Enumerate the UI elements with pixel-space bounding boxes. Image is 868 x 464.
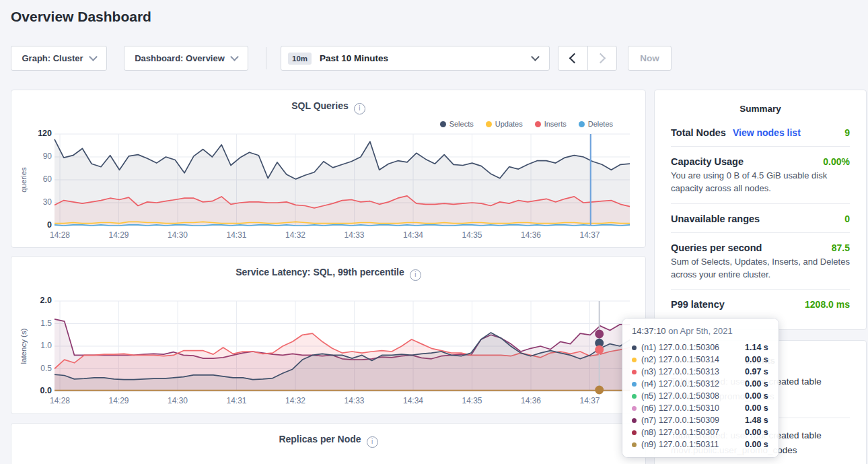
node-color-dot bbox=[632, 358, 637, 362]
info-icon[interactable]: i bbox=[410, 269, 421, 281]
node-address: (n1) 127.0.0.1:50306 bbox=[641, 343, 740, 352]
chart-title: Service Latency: SQL, 99th percentilei bbox=[11, 267, 645, 281]
summary-panel: Summary Total Nodes View nodes list 9 Ca… bbox=[654, 90, 867, 330]
legend-item-deletes[interactable]: Deletes bbox=[579, 120, 613, 128]
x-axis-tick: 14:36 bbox=[516, 230, 546, 240]
summary-row-queries-per-second: Queries per second 87.5 Sum of Selects, … bbox=[671, 233, 850, 290]
summary-subtext: You are using 0 B of 4.5 GiB usable disk… bbox=[671, 170, 850, 195]
node-latency-value: 0.00 s bbox=[745, 391, 768, 401]
x-axis-tick: 14:35 bbox=[458, 230, 487, 240]
graph-dropdown-label: Graph: Cluster bbox=[22, 53, 83, 63]
y-axis-tick: 120 bbox=[22, 129, 52, 138]
time-nav-buttons bbox=[558, 46, 617, 71]
x-axis-tick: 14:29 bbox=[104, 396, 134, 405]
legend-label: Selects bbox=[449, 120, 474, 128]
x-axis-tick: 14:34 bbox=[398, 396, 428, 405]
chevron-left-icon bbox=[569, 53, 579, 64]
summary-label: Queries per second bbox=[671, 242, 762, 253]
node-color-dot bbox=[632, 442, 637, 447]
node-address: (n4) 127.0.0.1:50312 bbox=[641, 379, 740, 389]
node-color-dot bbox=[632, 418, 637, 423]
x-axis-tick: 14:32 bbox=[281, 396, 310, 405]
node-latency-value: 0.00 s bbox=[745, 428, 768, 437]
now-button-label: Now bbox=[640, 53, 659, 63]
y-axis-tick: 90 bbox=[22, 152, 52, 161]
node-color-dot bbox=[632, 382, 637, 387]
chart-hover-tooltip: 14:37:10 on Apr 5th, 2021 (n1) 127.0.0.1… bbox=[622, 319, 779, 457]
summary-row-p99-latency: P99 latency 1208.0 ms bbox=[671, 290, 850, 318]
service-latency-plot[interactable] bbox=[55, 301, 630, 391]
node-color-dot bbox=[632, 430, 637, 435]
legend-item-inserts[interactable]: Inserts bbox=[535, 120, 567, 128]
prev-time-button[interactable] bbox=[558, 46, 588, 70]
y-axis-tick: 1.0 bbox=[22, 341, 52, 350]
chevron-down-icon bbox=[230, 53, 239, 61]
node-color-dot bbox=[632, 406, 637, 411]
summary-value: 1208.0 ms bbox=[805, 299, 850, 310]
chevron-right-icon bbox=[595, 53, 606, 64]
summary-value: 9 bbox=[844, 127, 850, 138]
chart-title: SQL Queriesi bbox=[11, 100, 645, 114]
node-address: (n3) 127.0.0.1:50313 bbox=[641, 367, 740, 376]
node-address: (n5) 127.0.0.1:50308 bbox=[641, 391, 740, 401]
x-axis-tick: 14:30 bbox=[163, 396, 192, 405]
view-nodes-list-link[interactable]: View nodes list bbox=[733, 127, 801, 138]
info-icon[interactable]: i bbox=[354, 103, 365, 114]
y-axis-tick: 0.5 bbox=[22, 364, 52, 373]
x-axis-tick: 14:30 bbox=[163, 230, 192, 240]
time-range-badge: 10m bbox=[288, 53, 312, 65]
dashboard-dropdown-label: Dashboard: Overview bbox=[135, 53, 225, 63]
chart-title: Replicas per Nodei bbox=[11, 434, 645, 448]
x-axis-tick: 14:31 bbox=[222, 396, 252, 405]
summary-row-unavailable-ranges: Unavailable ranges 0 bbox=[671, 204, 850, 233]
graph-dropdown[interactable]: Graph: Cluster bbox=[11, 46, 107, 71]
node-latency-value: 0.00 s bbox=[745, 440, 768, 449]
info-icon[interactable]: i bbox=[367, 436, 378, 448]
tooltip-date: on Apr 5th, 2021 bbox=[666, 326, 733, 336]
chart-legend: SelectsUpdatesInsertsDeletes bbox=[440, 120, 613, 128]
node-address: (n2) 127.0.0.1:50314 bbox=[641, 355, 740, 364]
tooltip-node-row: (n6) 127.0.0.1:503100.00 s bbox=[632, 402, 769, 414]
now-button[interactable]: Now bbox=[628, 46, 672, 71]
y-axis-tick: 2.0 bbox=[22, 296, 52, 305]
legend-dot bbox=[440, 121, 446, 127]
x-axis-tick: 14:35 bbox=[458, 396, 487, 405]
x-axis-tick: 14:33 bbox=[340, 230, 369, 240]
node-address: (n6) 127.0.0.1:50310 bbox=[641, 403, 740, 413]
legend-item-selects[interactable]: Selects bbox=[440, 120, 474, 128]
node-latency-value: 1.14 s bbox=[745, 343, 768, 352]
divider bbox=[266, 47, 266, 69]
legend-dot bbox=[486, 121, 492, 127]
tooltip-timestamp: 14:37:10 on Apr 5th, 2021 bbox=[632, 326, 769, 339]
node-color-dot bbox=[632, 345, 637, 350]
tooltip-node-row: (n2) 127.0.0.1:503140.00 s bbox=[632, 354, 769, 366]
overview-dashboard-page: Overview Dashboard Graph: Cluster Dashbo… bbox=[0, 0, 868, 464]
chevron-down-icon bbox=[531, 53, 540, 61]
y-axis-tick: 0.0 bbox=[22, 386, 52, 395]
y-axis-tick: 0 bbox=[22, 220, 52, 230]
hover-dot bbox=[595, 329, 604, 338]
next-time-button[interactable] bbox=[588, 46, 617, 70]
x-axis-tick: 14:37 bbox=[575, 230, 605, 240]
node-latency-value: 0.97 s bbox=[745, 367, 768, 376]
tooltip-node-row: (n8) 127.0.0.1:503070.00 s bbox=[632, 426, 769, 438]
legend-label: Updates bbox=[495, 120, 523, 128]
legend-item-updates[interactable]: Updates bbox=[486, 120, 523, 128]
x-axis-tick: 14:28 bbox=[45, 396, 75, 405]
legend-label: Deletes bbox=[588, 120, 613, 128]
dashboard-dropdown[interactable]: Dashboard: Overview bbox=[124, 46, 248, 71]
summary-label: P99 latency bbox=[671, 299, 725, 310]
node-latency-value: 0.00 s bbox=[745, 403, 768, 413]
page-title: Overview Dashboard bbox=[11, 9, 151, 25]
node-color-dot bbox=[632, 394, 637, 399]
replicas-per-node-panel: Replicas per Nodei bbox=[11, 423, 646, 464]
tooltip-node-row: (n5) 127.0.0.1:503080.00 s bbox=[632, 390, 769, 402]
chart-title-text: SQL Queries bbox=[291, 100, 349, 111]
sql-queries-plot[interactable] bbox=[55, 134, 630, 226]
x-axis-tick: 14:33 bbox=[340, 396, 369, 405]
legend-dot bbox=[579, 121, 585, 127]
chevron-down-icon bbox=[89, 53, 98, 61]
summary-title: Summary bbox=[655, 90, 866, 114]
time-range-picker[interactable]: 10m Past 10 Minutes bbox=[281, 46, 550, 71]
summary-row-total-nodes: Total Nodes View nodes list 9 bbox=[671, 114, 850, 147]
